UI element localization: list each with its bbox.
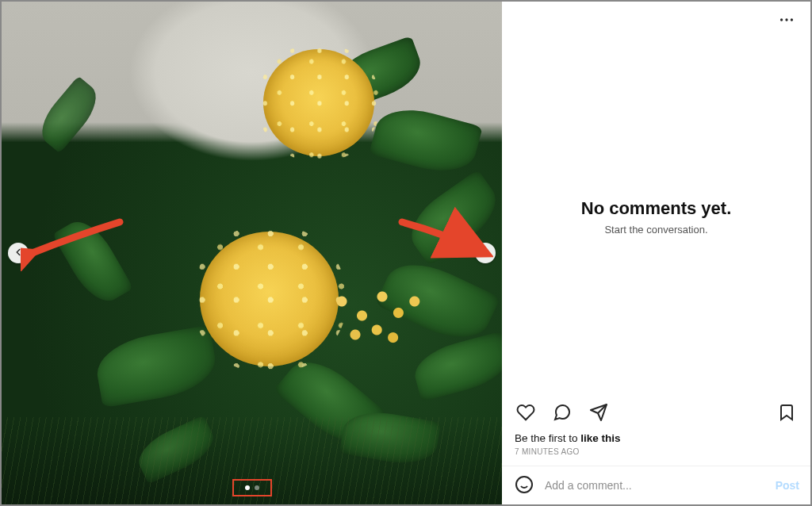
- svg-point-1: [785, 18, 787, 21]
- post-actions: [502, 393, 810, 431]
- more-options-button[interactable]: [774, 8, 799, 33]
- comment-button[interactable]: [550, 400, 575, 427]
- post-timestamp: 7 MINUTES AGO: [502, 446, 810, 466]
- svg-point-0: [780, 18, 783, 21]
- emoji-picker-button[interactable]: [513, 474, 535, 496]
- comment-icon: [553, 403, 572, 424]
- side-panel: No comments yet. Start the conversation.: [502, 2, 810, 504]
- bookmark-icon: [777, 403, 796, 424]
- comments-empty-title: No comments yet.: [581, 198, 732, 219]
- comments-empty-subtitle: Start the conversation.: [604, 224, 707, 236]
- post-photo[interactable]: [2, 2, 502, 504]
- carousel-next-button[interactable]: [475, 243, 496, 263]
- likes-emphasis: like this: [580, 432, 620, 444]
- share-button[interactable]: [586, 400, 611, 427]
- svg-point-5: [516, 477, 532, 493]
- chevron-left-icon: [13, 247, 24, 260]
- carousel-dot[interactable]: [245, 485, 250, 490]
- comments-empty-state: No comments yet. Start the conversation.: [502, 40, 810, 393]
- carousel-dot[interactable]: [255, 485, 259, 490]
- chevron-right-icon: [480, 247, 491, 260]
- likes-row[interactable]: Be the first to like this: [502, 431, 810, 446]
- comment-form: Post: [502, 466, 810, 504]
- carousel-dots: [237, 482, 267, 493]
- media-panel: [2, 2, 502, 504]
- carousel-prev-button[interactable]: [8, 243, 29, 263]
- heart-icon: [516, 403, 535, 424]
- share-icon: [589, 403, 608, 424]
- smile-icon: [515, 475, 534, 496]
- post-comment-button[interactable]: Post: [776, 479, 799, 492]
- like-button[interactable]: [513, 400, 538, 427]
- side-header: [502, 2, 810, 40]
- likes-prefix: Be the first to: [515, 432, 580, 444]
- comment-input[interactable]: [545, 479, 766, 492]
- more-horizontal-icon: [778, 11, 795, 31]
- svg-point-2: [791, 18, 793, 21]
- save-button[interactable]: [774, 400, 799, 427]
- post-modal: No comments yet. Start the conversation.: [0, 0, 812, 506]
